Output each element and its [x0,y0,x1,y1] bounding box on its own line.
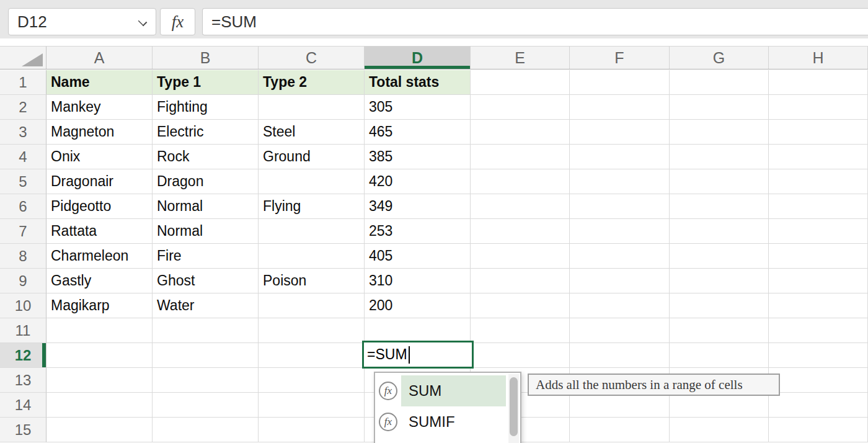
cell-g1[interactable] [670,70,769,95]
cell-h14[interactable] [769,393,868,418]
cell-h6[interactable] [769,194,868,219]
column-header-d[interactable]: D [365,47,471,69]
cell-c3[interactable]: Steel [259,120,365,145]
cell-g12[interactable] [670,343,769,368]
column-header-a[interactable]: A [46,47,153,69]
cell-b14[interactable] [153,393,259,418]
cell-f12[interactable] [570,343,670,368]
cell-g14[interactable] [670,393,769,418]
cell-a14[interactable] [46,393,153,418]
row-header-14[interactable]: 14 [0,393,46,418]
cell-g2[interactable] [670,95,769,120]
cell-c9[interactable]: Poison [259,269,365,293]
cell-f1[interactable] [570,70,670,95]
cell-g8[interactable] [670,244,769,269]
cell-a10[interactable]: Magikarp [46,293,153,318]
dropdown-scrollbar[interactable] [508,374,519,443]
cell-b4[interactable]: Rock [153,145,259,169]
cell-h7[interactable] [769,219,868,244]
cell-b7[interactable]: Normal [153,219,259,244]
cell-b1[interactable]: Type 1 [153,70,259,95]
cell-a9[interactable]: Gastly [46,269,153,293]
row-header-7[interactable]: 7 [0,219,46,244]
cell-e2[interactable] [471,95,570,120]
cell-e6[interactable] [471,194,570,219]
cell-g10[interactable] [670,293,769,318]
cell-g3[interactable] [670,120,769,145]
cell-g6[interactable] [670,194,769,219]
cell-d11[interactable] [365,318,471,343]
cell-g11[interactable] [670,318,769,343]
cell-c2[interactable] [259,95,365,120]
cell-h1[interactable] [769,70,868,95]
cell-b2[interactable]: Fighting [153,95,259,120]
cell-h2[interactable] [769,95,868,120]
cell-f11[interactable] [570,318,670,343]
cell-g5[interactable] [670,169,769,194]
cell-h13[interactable] [769,368,868,393]
cell-e5[interactable] [471,169,570,194]
scrollbar-thumb[interactable] [510,377,518,436]
row-header-9[interactable]: 9 [0,269,46,293]
select-all-corner[interactable] [0,47,46,69]
cell-e7[interactable] [471,219,570,244]
cell-c7[interactable] [259,219,365,244]
cell-a7[interactable]: Rattata [46,219,153,244]
cell-c12[interactable] [259,343,365,368]
cell-f3[interactable] [570,120,670,145]
row-header-2[interactable]: 2 [0,95,46,120]
cell-e1[interactable] [471,70,570,95]
cell-a5[interactable]: Dragonair [46,169,153,194]
cell-f7[interactable] [570,219,670,244]
cell-a15[interactable] [46,418,153,442]
cell-b3[interactable]: Electric [153,120,259,145]
cell-d9[interactable]: 310 [365,269,471,293]
cell-f2[interactable] [570,95,670,120]
cell-f15[interactable] [570,418,670,442]
cell-b6[interactable]: Normal [153,194,259,219]
row-header-5[interactable]: 5 [0,169,46,194]
cell-d3[interactable]: 465 [365,120,471,145]
cell-f6[interactable] [570,194,670,219]
cell-b8[interactable]: Fire [153,244,259,269]
insert-function-button[interactable]: fx [160,8,195,35]
cell-c5[interactable] [259,169,365,194]
cell-c4[interactable]: Ground [259,145,365,169]
cell-h3[interactable] [769,120,868,145]
cell-d5[interactable]: 420 [365,169,471,194]
cell-a3[interactable]: Magneton [46,120,153,145]
cell-c14[interactable] [259,393,365,418]
row-header-8[interactable]: 8 [0,244,46,269]
cell-h8[interactable] [769,244,868,269]
cell-f8[interactable] [570,244,670,269]
cell-e8[interactable] [471,244,570,269]
cell-c13[interactable] [259,368,365,393]
column-header-e[interactable]: E [471,47,570,69]
row-header-1[interactable]: 1 [0,70,46,95]
row-header-3[interactable]: 3 [0,120,46,145]
cell-a4[interactable]: Onix [46,145,153,169]
cell-b11[interactable] [153,318,259,343]
cell-c10[interactable] [259,293,365,318]
column-header-g[interactable]: G [670,47,769,69]
cell-a2[interactable]: Mankey [46,95,153,120]
cell-b9[interactable]: Ghost [153,269,259,293]
cell-h4[interactable] [769,145,868,169]
active-cell-d12[interactable]: =SUM [362,341,474,369]
cell-b10[interactable]: Water [153,293,259,318]
cell-a6[interactable]: Pidgeotto [46,194,153,219]
cell-a11[interactable] [46,318,153,343]
cell-d7[interactable]: 253 [365,219,471,244]
column-header-f[interactable]: F [570,47,670,69]
cell-e4[interactable] [471,145,570,169]
cell-a13[interactable] [46,368,153,393]
cell-a8[interactable]: Charmeleon [46,244,153,269]
cell-h10[interactable] [769,293,868,318]
row-header-10[interactable]: 10 [0,293,46,318]
cell-a12[interactable] [46,343,153,368]
cell-g4[interactable] [670,145,769,169]
cell-f10[interactable] [570,293,670,318]
autocomplete-item-sumifs[interactable]: fx SUMIFS [375,437,506,443]
cell-c11[interactable] [259,318,365,343]
cell-f14[interactable] [570,393,670,418]
